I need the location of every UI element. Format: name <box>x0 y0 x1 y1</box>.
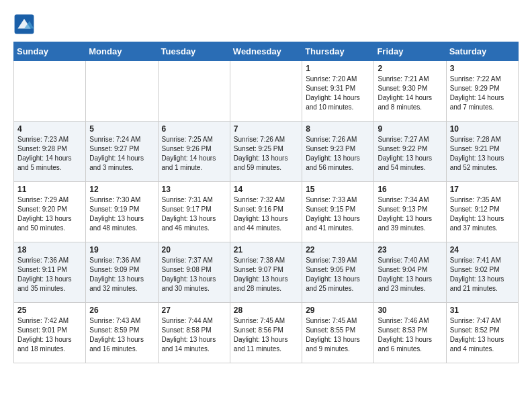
day-number: 18 <box>17 245 82 255</box>
calendar-cell: 25Sunrise: 7:42 AM Sunset: 9:01 PM Dayli… <box>14 303 86 363</box>
page-header <box>13 13 519 35</box>
day-info: Sunrise: 7:27 AM Sunset: 9:22 PM Dayligh… <box>378 135 442 173</box>
calendar-cell: 3Sunrise: 7:22 AM Sunset: 9:29 PM Daylig… <box>446 61 518 122</box>
day-info: Sunrise: 7:41 AM Sunset: 9:02 PM Dayligh… <box>450 256 515 293</box>
day-info: Sunrise: 7:26 AM Sunset: 9:25 PM Dayligh… <box>234 135 298 173</box>
calendar-cell: 4Sunrise: 7:23 AM Sunset: 9:28 PM Daylig… <box>14 122 86 182</box>
header-wednesday: Wednesday <box>230 42 302 61</box>
day-number: 10 <box>450 124 515 134</box>
day-number: 26 <box>89 306 154 315</box>
day-number: 17 <box>450 185 515 194</box>
logo-icon <box>13 13 35 35</box>
day-info: Sunrise: 7:39 AM Sunset: 9:05 PM Dayligh… <box>306 256 370 293</box>
day-number: 12 <box>89 185 154 194</box>
calendar-cell: 20Sunrise: 7:37 AM Sunset: 9:08 PM Dayli… <box>158 242 230 303</box>
day-number: 20 <box>162 245 226 255</box>
calendar-cell: 24Sunrise: 7:41 AM Sunset: 9:02 PM Dayli… <box>446 242 518 303</box>
calendar-cell <box>158 61 230 122</box>
day-info: Sunrise: 7:28 AM Sunset: 9:21 PM Dayligh… <box>450 135 515 173</box>
day-number: 11 <box>17 185 82 194</box>
day-number: 24 <box>450 245 515 255</box>
header-friday: Friday <box>374 42 446 61</box>
day-info: Sunrise: 7:26 AM Sunset: 9:23 PM Dayligh… <box>306 135 370 173</box>
calendar-cell: 9Sunrise: 7:27 AM Sunset: 9:22 PM Daylig… <box>374 122 446 182</box>
calendar-cell <box>86 61 158 122</box>
day-info: Sunrise: 7:24 AM Sunset: 9:27 PM Dayligh… <box>89 135 154 173</box>
day-number: 30 <box>378 306 442 315</box>
day-number: 22 <box>306 245 370 255</box>
calendar-cell: 13Sunrise: 7:31 AM Sunset: 9:17 PM Dayli… <box>158 182 230 242</box>
calendar-cell: 19Sunrise: 7:36 AM Sunset: 9:09 PM Dayli… <box>86 242 158 303</box>
calendar-cell: 30Sunrise: 7:46 AM Sunset: 8:53 PM Dayli… <box>374 303 446 363</box>
header-saturday: Saturday <box>446 42 518 61</box>
header-monday: Monday <box>86 42 158 61</box>
day-number: 29 <box>306 306 370 315</box>
calendar-cell: 31Sunrise: 7:47 AM Sunset: 8:52 PM Dayli… <box>446 303 518 363</box>
day-info: Sunrise: 7:21 AM Sunset: 9:30 PM Dayligh… <box>378 75 442 112</box>
calendar-table: SundayMondayTuesdayWednesdayThursdayFrid… <box>13 42 519 363</box>
calendar-cell: 18Sunrise: 7:36 AM Sunset: 9:11 PM Dayli… <box>14 242 86 303</box>
day-info: Sunrise: 7:35 AM Sunset: 9:12 PM Dayligh… <box>450 195 515 233</box>
day-info: Sunrise: 7:45 AM Sunset: 8:55 PM Dayligh… <box>306 316 370 354</box>
day-number: 8 <box>306 124 370 134</box>
calendar-cell: 12Sunrise: 7:30 AM Sunset: 9:19 PM Dayli… <box>86 182 158 242</box>
header-sunday: Sunday <box>14 42 86 61</box>
calendar-cell: 26Sunrise: 7:43 AM Sunset: 8:59 PM Dayli… <box>86 303 158 363</box>
day-info: Sunrise: 7:30 AM Sunset: 9:19 PM Dayligh… <box>89 195 154 233</box>
calendar-cell: 23Sunrise: 7:40 AM Sunset: 9:04 PM Dayli… <box>374 242 446 303</box>
day-number: 31 <box>450 306 515 315</box>
day-info: Sunrise: 7:25 AM Sunset: 9:26 PM Dayligh… <box>162 135 226 173</box>
calendar-cell: 22Sunrise: 7:39 AM Sunset: 9:05 PM Dayli… <box>302 242 374 303</box>
header-thursday: Thursday <box>302 42 374 61</box>
day-info: Sunrise: 7:44 AM Sunset: 8:58 PM Dayligh… <box>162 316 226 354</box>
header-tuesday: Tuesday <box>158 42 230 61</box>
day-number: 9 <box>378 124 442 134</box>
day-info: Sunrise: 7:40 AM Sunset: 9:04 PM Dayligh… <box>378 256 442 293</box>
day-info: Sunrise: 7:23 AM Sunset: 9:28 PM Dayligh… <box>17 135 82 173</box>
day-info: Sunrise: 7:38 AM Sunset: 9:07 PM Dayligh… <box>234 256 298 293</box>
calendar-cell: 29Sunrise: 7:45 AM Sunset: 8:55 PM Dayli… <box>302 303 374 363</box>
calendar-cell: 1Sunrise: 7:20 AM Sunset: 9:31 PM Daylig… <box>302 61 374 122</box>
calendar-cell: 14Sunrise: 7:32 AM Sunset: 9:16 PM Dayli… <box>230 182 302 242</box>
calendar-cell <box>230 61 302 122</box>
day-info: Sunrise: 7:45 AM Sunset: 8:56 PM Dayligh… <box>234 316 298 354</box>
day-number: 28 <box>234 306 298 315</box>
day-number: 27 <box>162 306 226 315</box>
calendar-cell: 10Sunrise: 7:28 AM Sunset: 9:21 PM Dayli… <box>446 122 518 182</box>
day-number: 7 <box>234 124 298 134</box>
logo <box>13 13 38 35</box>
day-info: Sunrise: 7:22 AM Sunset: 9:29 PM Dayligh… <box>450 75 515 112</box>
calendar-cell: 2Sunrise: 7:21 AM Sunset: 9:30 PM Daylig… <box>374 61 446 122</box>
calendar-week-4: 18Sunrise: 7:36 AM Sunset: 9:11 PM Dayli… <box>14 242 519 303</box>
day-number: 21 <box>234 245 298 255</box>
day-number: 1 <box>306 64 370 73</box>
day-number: 15 <box>306 185 370 194</box>
calendar-cell: 5Sunrise: 7:24 AM Sunset: 9:27 PM Daylig… <box>86 122 158 182</box>
calendar-cell <box>14 61 86 122</box>
calendar-cell: 27Sunrise: 7:44 AM Sunset: 8:58 PM Dayli… <box>158 303 230 363</box>
calendar-cell: 21Sunrise: 7:38 AM Sunset: 9:07 PM Dayli… <box>230 242 302 303</box>
day-info: Sunrise: 7:33 AM Sunset: 9:15 PM Dayligh… <box>306 195 370 233</box>
calendar-cell: 17Sunrise: 7:35 AM Sunset: 9:12 PM Dayli… <box>446 182 518 242</box>
calendar-cell: 16Sunrise: 7:34 AM Sunset: 9:13 PM Dayli… <box>374 182 446 242</box>
calendar-cell: 15Sunrise: 7:33 AM Sunset: 9:15 PM Dayli… <box>302 182 374 242</box>
day-info: Sunrise: 7:34 AM Sunset: 9:13 PM Dayligh… <box>378 195 442 233</box>
day-info: Sunrise: 7:47 AM Sunset: 8:52 PM Dayligh… <box>450 316 515 354</box>
calendar-cell: 8Sunrise: 7:26 AM Sunset: 9:23 PM Daylig… <box>302 122 374 182</box>
day-info: Sunrise: 7:29 AM Sunset: 9:20 PM Dayligh… <box>17 195 82 233</box>
day-number: 14 <box>234 185 298 194</box>
day-info: Sunrise: 7:43 AM Sunset: 8:59 PM Dayligh… <box>89 316 154 354</box>
calendar-cell: 6Sunrise: 7:25 AM Sunset: 9:26 PM Daylig… <box>158 122 230 182</box>
day-number: 13 <box>162 185 226 194</box>
day-number: 16 <box>378 185 442 194</box>
day-number: 2 <box>378 64 442 73</box>
calendar-week-3: 11Sunrise: 7:29 AM Sunset: 9:20 PM Dayli… <box>14 182 519 242</box>
day-number: 6 <box>162 124 226 134</box>
calendar-week-1: 1Sunrise: 7:20 AM Sunset: 9:31 PM Daylig… <box>14 61 519 122</box>
day-info: Sunrise: 7:42 AM Sunset: 9:01 PM Dayligh… <box>17 316 82 354</box>
day-info: Sunrise: 7:36 AM Sunset: 9:09 PM Dayligh… <box>89 256 154 293</box>
calendar-cell: 7Sunrise: 7:26 AM Sunset: 9:25 PM Daylig… <box>230 122 302 182</box>
day-number: 25 <box>17 306 82 315</box>
day-info: Sunrise: 7:36 AM Sunset: 9:11 PM Dayligh… <box>17 256 82 293</box>
day-number: 23 <box>378 245 442 255</box>
